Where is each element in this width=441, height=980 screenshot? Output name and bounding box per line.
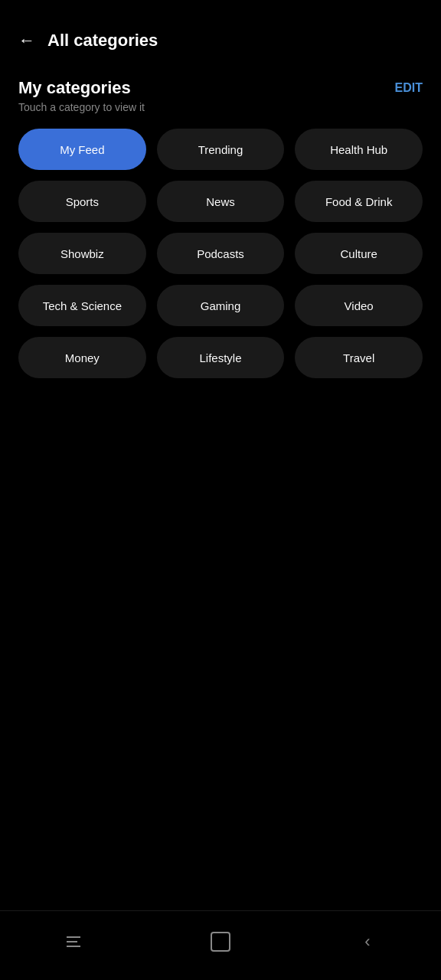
category-podcasts[interactable]: Podcasts [157,233,285,274]
section-subtitle: Touch a category to view it [18,101,145,113]
home-nav-button[interactable] [198,926,243,957]
recents-nav-button[interactable] [51,926,96,957]
back-button[interactable]: ← [18,32,35,49]
category-lifestyle[interactable]: Lifestyle [157,337,285,378]
section-title: My categories [18,78,145,98]
categories-grid: My FeedTrendingHealth HubSportsNewsFood … [18,129,423,378]
page-title: All categories [47,31,158,51]
category-food-drink[interactable]: Food & Drink [295,181,423,222]
edit-button[interactable]: EDIT [395,78,423,95]
section-title-group: My categories Touch a category to view i… [18,78,145,113]
category-travel[interactable]: Travel [295,337,423,378]
category-tech-science[interactable]: Tech & Science [18,285,146,326]
category-sports[interactable]: Sports [18,181,146,222]
category-culture[interactable]: Culture [295,233,423,274]
bottom-navigation: ‹ [0,910,441,980]
category-trending[interactable]: Trending [157,129,285,170]
category-video[interactable]: Video [295,285,423,326]
back-nav-button[interactable]: ‹ [345,926,390,957]
category-showbiz[interactable]: Showbiz [18,233,146,274]
category-health-hub[interactable]: Health Hub [295,129,423,170]
category-my-feed[interactable]: My Feed [18,129,146,170]
category-news[interactable]: News [157,181,285,222]
section-header: My categories Touch a category to view i… [18,78,423,113]
category-money[interactable]: Money [18,337,146,378]
main-content: My categories Touch a category to view i… [0,66,441,910]
category-gaming[interactable]: Gaming [157,285,285,326]
header: ← All categories [0,0,441,66]
